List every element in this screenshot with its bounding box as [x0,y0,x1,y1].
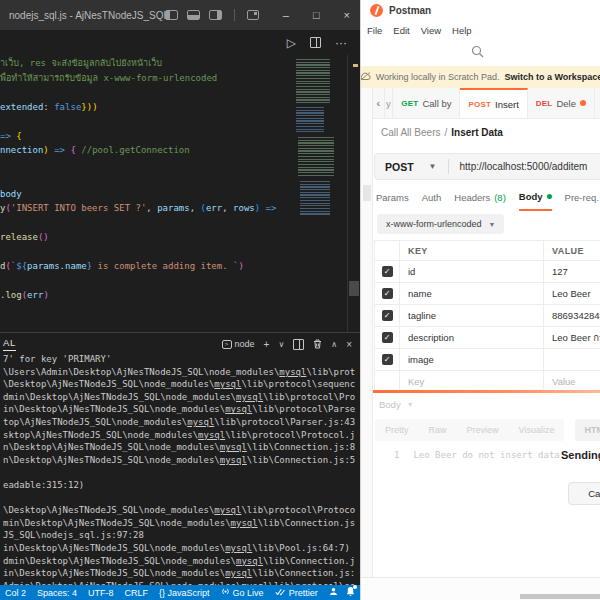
terminal-path-link[interactable]: mysql [236,392,263,402]
terminal-path-link[interactable]: mysql [225,568,252,578]
terminal-path-link[interactable]: mysql [214,505,241,515]
customize-layout-icon[interactable] [247,10,259,20]
terminal-path-link[interactable]: mysql [279,367,306,377]
statusbar-item[interactable]: UTF-8 [88,587,114,598]
notifications-bell-icon[interactable] [346,587,355,598]
minimap[interactable] [296,107,324,133]
value-cell[interactable]: Leo Beer [544,283,600,304]
checkbox-checked-icon[interactable]: ✓ [382,310,393,321]
tab-pre-req.[interactable]: Pre-req. [565,184,599,211]
request-tab-dele[interactable]: DELDele [528,88,595,118]
truncated-tab[interactable]: y [385,88,394,118]
key-cell[interactable]: tagline [400,305,544,326]
url-input[interactable]: http://localhost:5000/additem [460,161,588,172]
switch-workspace-link[interactable]: Switch to a Workspace [505,72,600,82]
key-cell[interactable]: description [400,327,544,348]
chevron-up-icon[interactable]: ∧ [331,340,337,349]
split-editor-icon[interactable] [310,37,321,48]
close-panel-icon[interactable]: × [346,339,352,350]
statusbar-item[interactable]: CRLF [125,587,149,598]
value-cell[interactable]: 88693428489 [544,305,600,326]
response-view-visualize[interactable]: Visualize [509,425,565,435]
tab-params[interactable]: Params [376,184,409,211]
editor-scrollbar[interactable] [349,281,359,296]
launch-profile-button[interactable]: > node [222,339,255,349]
checkbox-checked-icon[interactable]: ✓ [382,332,393,343]
scroll-tabs-left-icon[interactable]: ‹ [373,88,385,118]
terminal-path-link[interactable]: mysql [187,417,214,427]
key-cell[interactable]: name [400,283,544,304]
breadcrumb-collection[interactable]: Call All Beers [381,127,440,138]
new-terminal-icon[interactable]: + [264,339,270,350]
select-all-cell[interactable] [375,241,400,260]
maximize-icon[interactable]: □ [313,10,320,20]
terminal-path-link[interactable]: mysql [225,404,252,414]
terminal-path-link[interactable]: mysql [236,556,263,566]
tab-headers[interactable]: Headers (8) [454,184,506,211]
minimap[interactable] [300,181,330,215]
checkbox-checked-icon[interactable]: ✓ [382,288,393,299]
statusbar-item[interactable]: Col 2 [5,587,26,598]
response-view-pretty[interactable]: Pretty [375,425,419,435]
checkbox-cell[interactable]: ✓ [375,261,400,282]
checkbox-checked-icon[interactable]: ✓ [382,266,393,277]
chevron-down-icon[interactable]: ∨ [278,340,284,349]
response-body-label[interactable]: Body ▼ [379,399,414,410]
response-view-preview[interactable]: Preview [457,425,509,435]
toggle-panel-icon[interactable] [187,10,200,20]
key-cell[interactable]: image [400,349,544,370]
toggle-sidebar-icon[interactable] [165,10,178,20]
run-icon[interactable]: ▷ [287,36,296,50]
statusbar-item[interactable]: Go Live [221,587,264,598]
value-placeholder[interactable]: Value [544,371,600,392]
response-format-select[interactable]: HTML [575,419,600,441]
terminal-tab[interactable]: AL [3,337,16,351]
menu-view[interactable]: View [421,25,441,36]
checkbox-cell[interactable] [375,371,400,392]
key-cell[interactable]: id [400,261,544,282]
statusbar-item[interactable]: {} JavaScript [159,587,210,598]
kill-terminal-icon[interactable] [313,339,322,349]
terminal-path-link[interactable]: mysql [198,430,225,440]
request-tab-call by[interactable]: GETCall by [393,88,460,118]
value-cell[interactable]: Leo Beer กระป๋ [544,327,600,348]
split-terminal-icon[interactable] [293,339,304,350]
body-type-select[interactable]: x-www-form-urlencoded ▼ [377,214,504,234]
response-view-raw[interactable]: Raw [419,425,457,435]
value-cell[interactable] [544,349,600,370]
menu-help[interactable]: Help [452,25,472,36]
minimap[interactable] [296,59,330,103]
checkbox-cell[interactable]: ✓ [375,305,400,326]
menu-file[interactable]: File [367,25,382,36]
search-icon[interactable] [471,44,485,58]
cancel-request-button[interactable]: Cancel [568,482,600,505]
feedback-icon[interactable] [329,587,338,598]
statusbar-item[interactable]: Spaces: 4 [37,587,77,598]
terminal-path-link[interactable]: mysql [225,543,252,553]
terminal-path-link[interactable]: mysql [231,518,258,528]
terminal-path-link[interactable]: mysql [214,379,241,389]
request-tab-insert[interactable]: POSTInsert [460,88,527,118]
toggle-secondary-sidebar-icon[interactable] [209,10,222,20]
code-editor[interactable]: าเว็บ, res จะส่งข้อมูลกลับไปยังหน้าเว็บพ… [0,56,292,303]
terminal-path-link[interactable]: mysql [220,442,247,452]
checkbox-cell[interactable]: ✓ [375,327,400,348]
close-icon[interactable]: × [344,10,350,20]
horizontal-scrollbar[interactable] [520,594,600,599]
method-chevron-icon[interactable]: ▼ [429,162,437,171]
value-cell[interactable]: 127 [544,261,600,282]
menu-edit[interactable]: Edit [393,25,409,36]
terminal-output[interactable]: 7' for key 'PRIMARY'\Users\Admin\Desktop… [3,353,360,592]
key-placeholder[interactable]: Key [400,371,544,392]
request-tab-upd[interactable]: PUTUpd [595,88,600,118]
more-actions-icon[interactable]: ··· [335,36,347,50]
tab-body[interactable]: Body [519,184,552,211]
checkbox-checked-icon[interactable]: ✓ [382,354,393,365]
terminal-path-link[interactable]: mysql [220,455,247,465]
minimap[interactable] [298,137,334,177]
method-select[interactable]: POST [375,161,429,173]
checkbox-cell[interactable]: ✓ [375,283,400,304]
tab-auth[interactable]: Auth [422,184,442,211]
statusbar-item[interactable]: Prettier [275,587,318,598]
minimize-icon[interactable]: – [283,10,289,20]
